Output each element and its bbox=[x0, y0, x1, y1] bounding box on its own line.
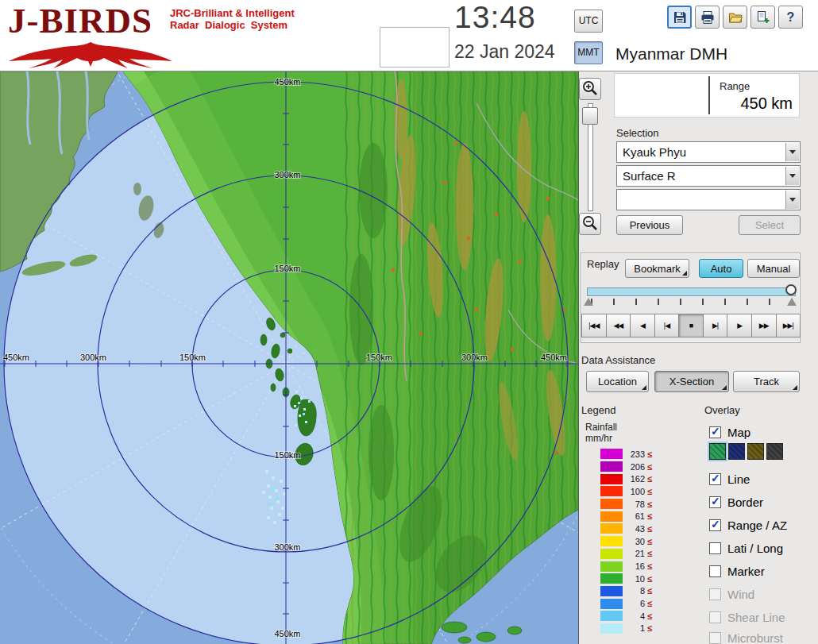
legend-scale: 233≤ 206≤ 162≤ 100≤ 78≤ 61≤ 43≤ 30≤ 21≤ … bbox=[585, 448, 652, 634]
track-button[interactable]: Track bbox=[733, 371, 800, 392]
skip-to-start-button[interactable]: |◀◀ bbox=[581, 314, 607, 337]
legend-color-swatch bbox=[600, 499, 623, 509]
checkbox[interactable] bbox=[709, 473, 721, 485]
legend-color-swatch bbox=[600, 474, 623, 484]
overlay-item-shear-line: Shear Line bbox=[709, 608, 785, 626]
map-style-swatch[interactable] bbox=[766, 443, 783, 460]
legend-color-swatch bbox=[600, 536, 623, 546]
legend-color-swatch bbox=[600, 449, 623, 459]
legend-row: 61≤ bbox=[585, 510, 652, 523]
legend-row: 162≤ bbox=[585, 472, 652, 485]
aux-display-box bbox=[380, 27, 450, 67]
step-back-button[interactable]: |◀ bbox=[654, 314, 680, 337]
selection-label: Selection bbox=[616, 127, 658, 139]
station-title: Myanmar DMH bbox=[615, 44, 727, 64]
xsection-button[interactable]: X-Section bbox=[654, 371, 729, 392]
timeline-end-marker[interactable] bbox=[787, 298, 797, 306]
legend-label: Legend bbox=[581, 404, 615, 416]
overlay-item-border[interactable]: Border bbox=[709, 493, 763, 511]
radar-map[interactable]: 450km 300km 150km 150km 300km 450km 450k… bbox=[0, 71, 578, 644]
legend-color-swatch bbox=[600, 623, 623, 634]
map-style-swatch[interactable] bbox=[728, 443, 745, 460]
zoom-in-button[interactable] bbox=[579, 78, 601, 100]
timeline-position-knob[interactable] bbox=[785, 284, 797, 295]
overlay-item-marker[interactable]: Marker bbox=[709, 562, 765, 580]
fast-forward-button[interactable]: ▶▶ bbox=[751, 314, 777, 337]
eagle-logo-icon bbox=[5, 40, 176, 71]
checkbox[interactable] bbox=[709, 542, 721, 554]
checkbox bbox=[709, 611, 721, 623]
checkbox[interactable] bbox=[709, 519, 721, 531]
legend-unit-line1: Rainfall bbox=[585, 422, 617, 433]
bookmark-button[interactable]: Bookmark bbox=[625, 259, 689, 278]
save-button[interactable] bbox=[667, 6, 692, 29]
range-display: Range 450 km bbox=[614, 73, 800, 118]
map-style-swatch[interactable] bbox=[709, 443, 726, 460]
overlay-item-lati-long[interactable]: Lati / Long bbox=[709, 539, 783, 557]
legend-unit-line2: mm/hr bbox=[585, 433, 612, 444]
range-value: 450 km bbox=[740, 94, 793, 113]
legend-color-swatch bbox=[600, 561, 623, 572]
svg-text:450km: 450km bbox=[274, 77, 300, 87]
map-color-swatches bbox=[709, 443, 783, 460]
legend-color-swatch bbox=[600, 599, 623, 609]
overlay-item-map[interactable]: Map bbox=[709, 423, 750, 441]
overlay-item-range-az[interactable]: Range / AZ bbox=[709, 516, 787, 534]
step-forward-button[interactable]: ▶| bbox=[703, 314, 728, 337]
utc-toggle-button[interactable]: UTC bbox=[574, 10, 603, 33]
manual-mode-button[interactable]: Manual bbox=[747, 259, 800, 278]
zoom-out-button[interactable] bbox=[579, 213, 601, 235]
legend-row: 6≤ bbox=[585, 597, 652, 610]
clock-time: 13:48 bbox=[454, 0, 536, 35]
folder-icon bbox=[728, 10, 743, 25]
stop-button[interactable]: ■ bbox=[678, 314, 704, 337]
clock-date: 22 Jan 2024 bbox=[454, 41, 555, 63]
control-panel: Range 450 km Selection Kyauk Phyu Surfac… bbox=[578, 71, 818, 644]
export-page-plus-icon bbox=[756, 10, 770, 25]
legend-color-swatch bbox=[600, 549, 623, 559]
site-dropdown[interactable]: Kyauk Phyu bbox=[616, 141, 801, 163]
legend-row: 78≤ bbox=[585, 498, 652, 511]
mmt-toggle-button[interactable]: MMT bbox=[574, 41, 603, 64]
location-button[interactable]: Location bbox=[586, 371, 649, 392]
skip-to-end-button[interactable]: ▶▶| bbox=[776, 314, 801, 337]
extra-dropdown[interactable] bbox=[616, 189, 801, 210]
replay-label: Replay bbox=[587, 258, 619, 270]
legend-row: 100≤ bbox=[585, 485, 652, 498]
replay-timeline-track[interactable] bbox=[587, 287, 796, 296]
legend-color-swatch bbox=[600, 461, 623, 472]
previous-button[interactable]: Previous bbox=[616, 215, 683, 235]
checkbox[interactable] bbox=[709, 426, 721, 438]
open-file-button[interactable] bbox=[723, 6, 747, 29]
svg-text:300km: 300km bbox=[274, 542, 300, 552]
checkbox[interactable] bbox=[709, 565, 721, 577]
export-button[interactable] bbox=[750, 6, 775, 29]
play-reverse-button[interactable]: ◀ bbox=[630, 314, 655, 337]
timeline-start-marker[interactable] bbox=[584, 298, 593, 306]
print-button[interactable] bbox=[695, 6, 720, 29]
svg-text:150km: 150km bbox=[274, 264, 300, 273]
svg-text:300km: 300km bbox=[461, 353, 488, 362]
svg-text:450km: 450km bbox=[274, 629, 300, 638]
magnifier-minus-icon bbox=[581, 214, 599, 234]
app-logo-subtitle: JRC-Brilliant & IntelligentRadar Dialogi… bbox=[170, 7, 295, 31]
auto-mode-button[interactable]: Auto bbox=[699, 259, 743, 278]
chevron-down-icon[interactable] bbox=[785, 167, 799, 185]
zoom-slider-handle[interactable] bbox=[582, 107, 598, 125]
fast-rewind-button[interactable]: ◀◀ bbox=[606, 314, 631, 337]
select-button[interactable]: Select bbox=[739, 215, 801, 235]
chevron-down-icon[interactable] bbox=[785, 143, 799, 161]
svg-text:300km: 300km bbox=[274, 170, 300, 179]
chevron-down-icon[interactable] bbox=[785, 191, 799, 209]
replay-group: Replay Bookmark Auto Manual |◀◀ ◀◀ ◀ |◀ … bbox=[581, 253, 801, 343]
svg-text:150km: 150km bbox=[366, 353, 392, 362]
checkbox bbox=[709, 632, 721, 644]
map-style-swatch[interactable] bbox=[747, 443, 764, 460]
checkbox[interactable] bbox=[709, 496, 721, 508]
overlay-item-line[interactable]: Line bbox=[709, 470, 750, 488]
legend-color-swatch bbox=[600, 523, 623, 534]
legend-color-swatch bbox=[600, 486, 623, 496]
help-button[interactable]: ? bbox=[778, 6, 803, 29]
product-dropdown[interactable]: Surface R bbox=[616, 165, 801, 187]
play-button[interactable]: ▶ bbox=[727, 314, 752, 337]
